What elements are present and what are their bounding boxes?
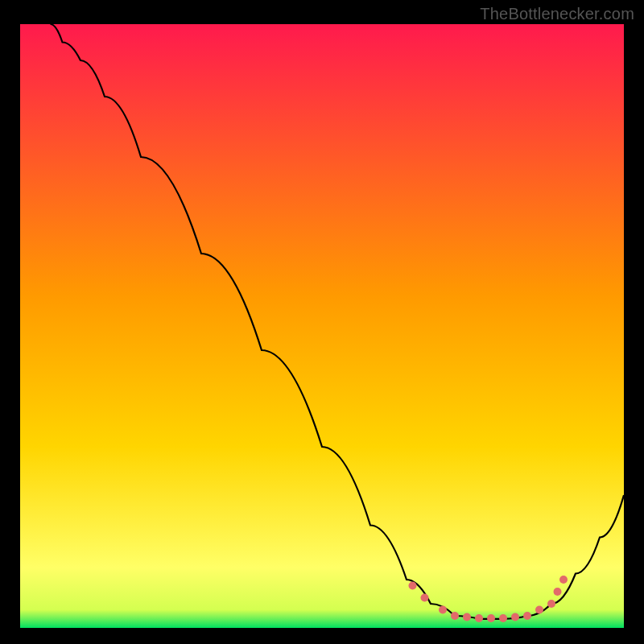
watermark-text: TheBottlenecker.com xyxy=(480,5,634,23)
marker-dot xyxy=(439,606,447,614)
marker-dot xyxy=(547,600,555,608)
marker-dot xyxy=(409,582,417,590)
marker-dot xyxy=(523,612,531,620)
marker-dot xyxy=(535,606,543,614)
marker-dot xyxy=(511,613,519,621)
marker-dot xyxy=(463,613,471,621)
gradient-background xyxy=(20,24,624,628)
chart-svg xyxy=(20,24,624,628)
chart-stage: TheBottlenecker.com xyxy=(0,0,644,644)
plot-area xyxy=(20,24,624,628)
marker-dot xyxy=(487,614,495,622)
marker-dot xyxy=(451,612,459,620)
marker-dot xyxy=(421,594,429,602)
marker-dot xyxy=(475,614,483,622)
marker-dot xyxy=(559,576,568,584)
marker-dot xyxy=(499,614,507,622)
marker-dot xyxy=(554,588,562,596)
